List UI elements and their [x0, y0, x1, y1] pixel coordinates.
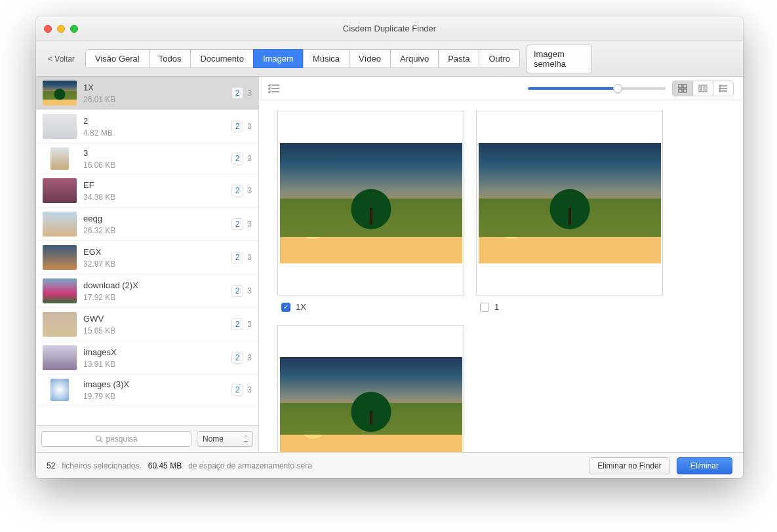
view-mode-segmented	[672, 81, 734, 96]
sort-select[interactable]: Nome	[197, 431, 253, 447]
main-panel: 1X 1	[259, 77, 743, 452]
status-file-count: 52	[47, 461, 55, 470]
list-item[interactable]: download (2)X17.92 KB 23	[36, 275, 258, 308]
list-item[interactable]: eeqg26.32 KB 23	[36, 208, 258, 241]
list-item[interactable]: GWV15.65 KB 23	[36, 308, 258, 341]
grid-view-button[interactable]	[673, 81, 693, 96]
selected-count: 2	[231, 352, 244, 364]
thumbnail	[43, 312, 77, 337]
list-item-size: 13.91 KB	[83, 360, 225, 369]
list-item[interactable]: EGX32.97 KB 23	[36, 241, 258, 275]
list-item[interactable]: imagesX13.91 KB 23	[36, 341, 258, 375]
tab-music[interactable]: Música	[303, 49, 349, 68]
total-count: 3	[247, 219, 252, 229]
svg-point-16	[719, 88, 721, 89]
list-item-counts: 2 3	[231, 87, 252, 99]
app-window: Cisdem Duplicate Finder < Voltar Visão G…	[36, 16, 743, 478]
delete-button[interactable]: Eliminar	[677, 457, 732, 474]
tab-video[interactable]: Vídeo	[349, 49, 390, 68]
slider-knob[interactable]	[613, 84, 622, 93]
sort-value: Nome	[203, 434, 224, 444]
list-icon	[719, 84, 728, 93]
svg-rect-11	[705, 85, 707, 92]
selected-count: 2	[231, 318, 244, 330]
selected-count: 2	[231, 185, 244, 197]
list-item-text: 1X 26.01 KB	[83, 83, 225, 104]
list-item-name: imagesX	[83, 347, 225, 357]
thumbnail	[43, 245, 77, 270]
card-checkbox[interactable]	[480, 303, 489, 312]
tab-all[interactable]: Todos	[149, 49, 191, 68]
svg-point-17	[719, 90, 721, 92]
slider-fill	[528, 87, 618, 90]
total-count: 3	[247, 253, 252, 262]
card-frame	[476, 111, 663, 295]
list-item-size: 32.97 KB	[83, 259, 225, 269]
list-item-size: 26.01 KB	[83, 95, 225, 104]
list-item-name: 2	[83, 116, 225, 126]
list-item[interactable]: images (3)X19.79 KB 23	[36, 375, 258, 406]
list-item-size: 19.79 KB	[83, 392, 225, 401]
svg-rect-10	[702, 85, 704, 92]
select-mode-button[interactable]	[268, 84, 280, 93]
list-item[interactable]: 1X 26.01 KB 2 3	[36, 77, 258, 110]
list-item-name: 3	[83, 148, 225, 158]
tab-overview[interactable]: Visão Geral	[85, 49, 149, 68]
selected-count: 2	[231, 153, 244, 164]
list-view-button[interactable]	[713, 81, 733, 96]
duplicate-card[interactable]	[277, 325, 464, 452]
list-item-name: EGX	[83, 247, 225, 257]
thumbnail	[50, 379, 69, 401]
card-label-row: 1	[476, 302, 663, 312]
total-count: 3	[247, 186, 252, 195]
total-count: 3	[247, 122, 252, 131]
tab-other[interactable]: Outro	[479, 49, 520, 68]
tab-folder[interactable]: Pasta	[438, 49, 479, 68]
svg-rect-6	[683, 85, 687, 88]
thumbnail-size-slider[interactable]	[528, 87, 666, 90]
card-image	[280, 357, 462, 452]
preview-grid[interactable]: 1X 1	[259, 100, 743, 452]
total-count: 3	[247, 286, 252, 295]
card-image	[479, 143, 661, 263]
list-item[interactable]: EF34.38 KB 23	[36, 174, 258, 208]
columns-icon	[698, 84, 707, 93]
svg-point-15	[719, 85, 721, 86]
columns-view-button[interactable]	[693, 81, 713, 96]
tab-image[interactable]: Imagem	[253, 49, 303, 68]
duplicate-card[interactable]: 1X	[277, 111, 464, 312]
thumbnail	[43, 178, 77, 203]
status-files-text: ficheiros selecionados.	[62, 461, 141, 470]
delete-in-finder-button[interactable]: Eliminar no Finder	[589, 457, 669, 474]
back-button[interactable]: < Voltar	[44, 52, 79, 66]
list-item-name: images (3)X	[83, 379, 225, 389]
tab-archive[interactable]: Arquivo	[390, 49, 438, 68]
search-input[interactable]: pesquisa	[41, 431, 191, 447]
list-item[interactable]: 316.06 KB 23	[36, 143, 258, 174]
search-placeholder: pesquisa	[106, 434, 137, 444]
status-space-text: de espaço de armazenamento sera	[188, 461, 312, 470]
thumbnail	[50, 147, 69, 170]
total-count: 3	[247, 353, 252, 362]
svg-rect-9	[699, 85, 701, 92]
content-body: 1X 26.01 KB 2 3 24.82 MB 23 316.06 KB	[36, 77, 743, 452]
svg-rect-5	[679, 85, 682, 88]
status-bar: 52 ficheiros selecionados. 60.45 MB de e…	[36, 452, 743, 478]
duplicate-card[interactable]: 1	[476, 111, 663, 312]
selected-count: 2	[231, 285, 244, 297]
status-size: 60.45 MB	[148, 461, 182, 470]
list-item[interactable]: 24.82 MB 23	[36, 110, 258, 143]
category-tabs: Visão Geral Todos Documento Imagem Músic…	[85, 49, 520, 68]
svg-line-1	[101, 440, 103, 442]
card-label-row: 1X	[277, 302, 464, 312]
selected-count: 2	[231, 218, 244, 230]
duplicate-group-list[interactable]: 1X 26.01 KB 2 3 24.82 MB 23 316.06 KB	[36, 77, 258, 425]
list-item-name: GWV	[83, 314, 225, 324]
tab-document[interactable]: Documento	[190, 49, 252, 68]
tab-similar-image[interactable]: Imagem semelha	[527, 45, 592, 73]
list-item-size: 17.92 KB	[83, 293, 225, 302]
card-checkbox[interactable]	[281, 303, 290, 312]
list-item-size: 26.32 KB	[83, 226, 225, 235]
search-icon	[95, 435, 103, 443]
svg-rect-8	[683, 89, 687, 92]
